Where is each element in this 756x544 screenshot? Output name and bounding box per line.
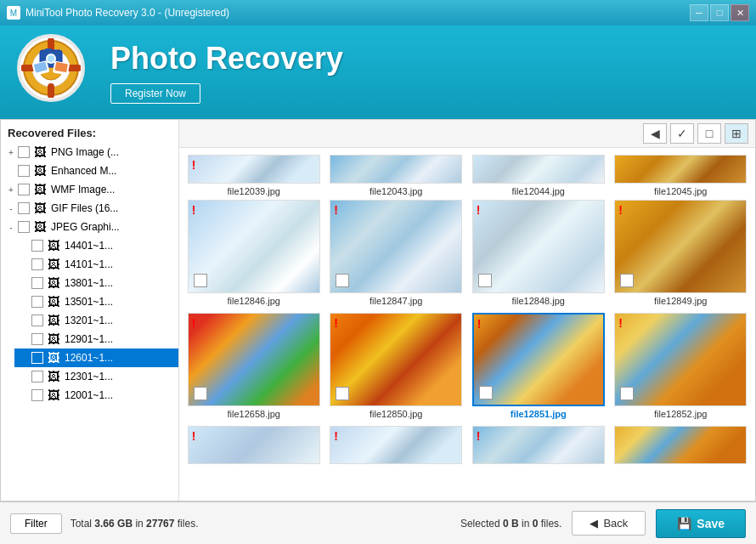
- warning-icon-12850: !: [334, 317, 338, 329]
- file-icon-png: 🖼: [32, 145, 48, 159]
- status-text: Total 3.66 GB in 27767 files.: [71, 518, 199, 530]
- close-button[interactable]: ✕: [731, 4, 749, 21]
- expand-icon-gif: -: [4, 204, 18, 213]
- grid-view-button[interactable]: ⊞: [725, 123, 748, 144]
- grid-cell-12846[interactable]: ! file12846.jpg: [186, 200, 322, 306]
- back-button[interactable]: ◀ Back: [572, 511, 646, 536]
- checkbox-12849[interactable]: [620, 274, 634, 287]
- checkbox-wmf[interactable]: [18, 184, 30, 196]
- checkbox-12901[interactable]: [31, 333, 43, 345]
- grid-cell-12848[interactable]: ! file12848.jpg: [471, 200, 606, 306]
- sidebar-item-12601[interactable]: 🖼 12601~1...: [14, 348, 178, 367]
- sidebar-item-12901[interactable]: 🖼 12901~1...: [14, 330, 178, 348]
- header: Photo Recovery Register Now: [0, 26, 756, 119]
- grid-label-top4: file12045.jpg: [654, 186, 707, 196]
- sidebar-label-gif: GIF Files (16...: [51, 202, 175, 214]
- sidebar-item-12001[interactable]: 🖼 12001~1...: [14, 386, 178, 405]
- sidebar-label-png: PNG Image (...: [51, 146, 175, 158]
- grid-row-bottom-partial: ! ! !: [186, 426, 748, 464]
- grid-cell-top1: ! file12039.jpg: [186, 155, 322, 196]
- checkbox-12658[interactable]: [194, 387, 207, 400]
- checkbox-enhanced[interactable]: [18, 165, 30, 177]
- sidebar-item-enhanced[interactable]: 🖼 Enhanced M...: [1, 162, 178, 180]
- selected-info: Selected 0 B in 0 files.: [460, 518, 561, 530]
- checkbox-12847[interactable]: [336, 274, 349, 287]
- grid-cell-12658[interactable]: ! file12658.jpg: [186, 313, 322, 419]
- grid-cell-12852[interactable]: ! file12852.jpg: [613, 313, 749, 419]
- minimize-button[interactable]: ─: [690, 4, 708, 21]
- sidebar-label-12601: 12601~1...: [65, 352, 175, 364]
- grid-img-bot3: !: [472, 426, 605, 464]
- sidebar-item-jpeg[interactable]: - 🖼 JPEG Graphi...: [1, 218, 178, 236]
- grid-img-bot2: !: [330, 426, 462, 464]
- save-button[interactable]: 💾 Save: [656, 509, 746, 538]
- single-view-button[interactable]: □: [697, 123, 721, 144]
- sidebar-item-wmf[interactable]: + 🖼 WMF Image...: [1, 180, 178, 199]
- header-text: Photo Recovery Register Now: [110, 41, 343, 104]
- grid-cell-12849[interactable]: ! file12849.jpg: [613, 200, 749, 306]
- checkbox-jpeg[interactable]: [18, 221, 30, 233]
- sidebar-item-12301[interactable]: 🖼 12301~1...: [14, 367, 178, 386]
- grid-cell-12847[interactable]: ! file12847.jpg: [329, 200, 465, 306]
- grid-label-top1: file12039.jpg: [228, 186, 280, 196]
- grid-img-12852: !: [614, 313, 747, 406]
- expand-icon-12001: [18, 391, 31, 400]
- sidebar-item-13201[interactable]: 🖼 13201~1...: [14, 311, 178, 330]
- grid-label-top2: file12043.jpg: [370, 186, 422, 196]
- warning-icon-12846: !: [192, 204, 196, 216]
- svg-rect-6: [45, 48, 52, 52]
- grid-label-12848: file12848.jpg: [512, 296, 565, 306]
- grid-img-12658: !: [188, 313, 320, 406]
- sidebar-label-14101: 14101~1...: [65, 258, 175, 270]
- checkbox-13801[interactable]: [31, 277, 43, 289]
- grid-cell-bot4: [613, 426, 749, 464]
- checkbox-14401[interactable]: [31, 240, 43, 252]
- sidebar-item-13501[interactable]: 🖼 13501~1...: [14, 292, 178, 311]
- sidebar: Recovered Files: + 🖼 PNG Image (... 🖼 En…: [1, 120, 179, 501]
- filter-button[interactable]: Filter: [10, 513, 62, 534]
- checkbox-12846[interactable]: [194, 274, 207, 287]
- grid-img-12851: !: [472, 313, 605, 406]
- expand-icon: +: [4, 148, 18, 157]
- back-toolbar-button[interactable]: ◀: [643, 123, 667, 144]
- sidebar-item-14401[interactable]: 🖼 14401~1...: [14, 236, 178, 255]
- checkbox-13201[interactable]: [31, 314, 43, 326]
- checkbox-12848[interactable]: [478, 274, 492, 287]
- grid-img-bot4: [614, 426, 747, 464]
- warning-icon-bot3: !: [477, 430, 481, 442]
- checkbox-png[interactable]: [18, 146, 30, 158]
- checkbox-12001[interactable]: [31, 389, 43, 401]
- checkbox-13501[interactable]: [31, 296, 43, 308]
- expand-icon-wmf: +: [4, 185, 18, 195]
- checkbox-12601[interactable]: [31, 352, 43, 364]
- sidebar-item-png[interactable]: + 🖼 PNG Image (...: [1, 143, 178, 162]
- maximize-button[interactable]: □: [710, 4, 729, 21]
- checkbox-12851[interactable]: [479, 386, 493, 400]
- file-icon-12001: 🖼: [46, 388, 61, 402]
- back-arrow-icon: ◀: [590, 517, 598, 530]
- checkbox-12852[interactable]: [620, 387, 634, 400]
- warning-icon-bot1: !: [192, 430, 196, 442]
- sidebar-label-12001: 12001~1...: [65, 389, 175, 401]
- grid-row-1: ! file12846.jpg ! file12847.jpg: [186, 200, 748, 306]
- grid-cell-12851[interactable]: ! file12851.jpg: [471, 313, 606, 419]
- expand-icon-13201: [18, 316, 31, 326]
- sidebar-item-gif[interactable]: - 🖼 GIF Files (16...: [1, 199, 178, 218]
- file-icon-12901: 🖼: [46, 332, 61, 346]
- file-icon-wmf: 🖼: [32, 183, 48, 196]
- titlebar-controls[interactable]: ─ □ ✕: [690, 4, 749, 21]
- expand-icon-jpeg: -: [4, 223, 18, 232]
- register-button[interactable]: Register Now: [110, 83, 200, 104]
- file-icon-jpeg: 🖼: [32, 220, 48, 234]
- checkbox-12301[interactable]: [31, 371, 43, 382]
- grid-label-12851: file12851.jpg: [511, 409, 567, 419]
- check-all-button[interactable]: ✓: [670, 123, 694, 144]
- checkbox-12850[interactable]: [336, 387, 349, 400]
- checkbox-14101[interactable]: [31, 258, 43, 270]
- sidebar-item-13801[interactable]: 🖼 13801~1...: [14, 274, 178, 292]
- checkbox-gif[interactable]: [18, 202, 30, 214]
- grid-img-12850: !: [330, 313, 462, 406]
- grid-cell-12850[interactable]: ! file12850.jpg: [329, 313, 465, 419]
- sidebar-item-14101[interactable]: 🖼 14101~1...: [14, 255, 178, 274]
- warning-icon-bot2: !: [334, 430, 338, 442]
